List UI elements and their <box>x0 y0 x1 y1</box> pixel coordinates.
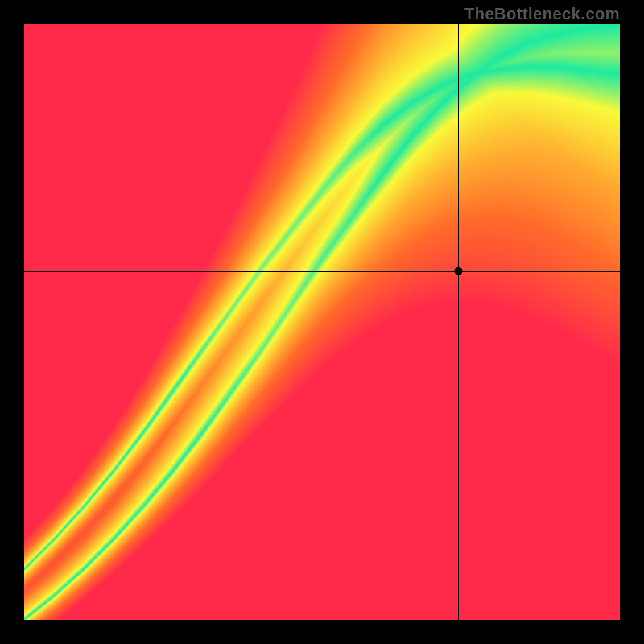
watermark-text: TheBottleneck.com <box>464 5 620 23</box>
chart-frame: TheBottleneck.com <box>0 0 644 644</box>
plot-area <box>24 24 620 620</box>
heatmap-canvas <box>24 24 620 620</box>
